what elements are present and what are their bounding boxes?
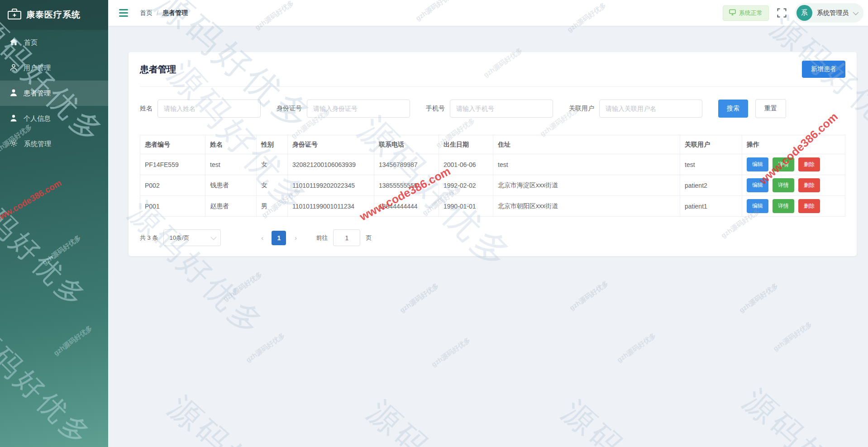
sidebar-item-label: 首页	[24, 38, 38, 47]
column-header: 患者编号	[140, 135, 205, 154]
fullscreen-icon[interactable]	[777, 8, 787, 18]
table-row: P001赵患者男11010119900101123413844444444199…	[140, 196, 845, 217]
actions-cell: 编辑详情删除	[742, 154, 845, 175]
page-number-button[interactable]: 1	[272, 231, 286, 245]
table-cell: test	[680, 154, 742, 175]
column-header: 出生日期	[439, 135, 493, 154]
search-field-label: 手机号	[426, 105, 445, 113]
chevron-down-icon	[853, 10, 859, 15]
sidebar-item-1[interactable]: 首页	[0, 30, 108, 55]
table-cell: 1990-01-01	[439, 196, 493, 217]
breadcrumb-current: 患者管理	[162, 9, 188, 17]
breadcrumb-home[interactable]: 首页	[140, 9, 153, 17]
detail-button[interactable]: 详情	[773, 199, 794, 213]
status-badge-label: 系统正常	[739, 9, 763, 17]
chevron-down-icon	[211, 234, 217, 240]
add-patient-button[interactable]: 新增患者	[802, 61, 845, 78]
search-input-2[interactable]	[307, 100, 410, 118]
patient-table: 患者编号姓名性别身份证号联系电话出生日期住址关联用户操作 PF14FE559te…	[140, 135, 845, 217]
column-header: 姓名	[205, 135, 257, 154]
table-header-row: 患者编号姓名性别身份证号联系电话出生日期住址关联用户操作	[140, 135, 845, 154]
delete-button[interactable]: 删除	[798, 199, 820, 213]
table-cell: 男	[257, 196, 288, 217]
search-input-1[interactable]	[157, 100, 261, 118]
actions-cell: 编辑详情删除	[742, 196, 845, 217]
search-field-3: 手机号	[426, 100, 553, 118]
table-cell: 1992-02-02	[439, 175, 493, 196]
detail-button[interactable]: 详情	[773, 157, 794, 171]
column-header: 身份证号	[288, 135, 374, 154]
search-field-4: 关联用户	[569, 100, 702, 118]
column-header: 住址	[493, 135, 680, 154]
column-header: 性别	[257, 135, 288, 154]
edit-button[interactable]: 编辑	[747, 199, 768, 213]
column-header: 关联用户	[680, 135, 742, 154]
monitor-icon	[729, 9, 736, 17]
sidebar-item-3[interactable]: 患者管理	[0, 81, 108, 106]
table-cell: PF14FE559	[140, 154, 205, 175]
reset-button[interactable]: 重置	[755, 99, 786, 118]
column-header: 操作	[742, 135, 845, 154]
table-cell: patient1	[680, 196, 742, 217]
goto-page-input[interactable]	[333, 229, 360, 246]
sidebar-item-4[interactable]: 个人信息	[0, 106, 108, 131]
breadcrumb-separator: /	[157, 10, 158, 17]
table-cell: 110101199001011234	[288, 196, 374, 217]
edit-button[interactable]: 编辑	[747, 178, 768, 192]
search-form: 姓名身份证号手机号关联用户搜索重置	[140, 87, 845, 135]
search-field-label: 关联用户	[569, 105, 594, 113]
next-page-button[interactable]: ›	[289, 231, 302, 245]
table-cell: P001	[140, 196, 205, 217]
sidebar-menu: 首页用户管理患者管理个人信息系统管理	[0, 30, 108, 157]
patient-management-card: 患者管理 新增患者 姓名身份证号手机号关联用户搜索重置 患者编号姓名性别身份证号…	[129, 52, 857, 256]
table-row: PF14FE559test女32082120010606393913456789…	[140, 154, 845, 175]
page-size-select[interactable]: 10条/页	[163, 229, 221, 246]
menu-toggle-icon[interactable]	[117, 7, 130, 19]
table-cell: 北京市朝阳区xxx街道	[493, 196, 680, 217]
search-field-label: 身份证号	[277, 105, 302, 113]
table-cell: 北京市海淀区xxx街道	[493, 175, 680, 196]
table-cell: test	[205, 154, 257, 175]
table-cell: 110101199202022345	[288, 175, 374, 196]
table-cell: 女	[257, 175, 288, 196]
main-area: 首页 / 患者管理 系统正常	[108, 0, 868, 447]
medical-kit-icon	[7, 8, 22, 22]
table-cell: 13844444444	[374, 196, 439, 217]
avatar: 系	[796, 5, 812, 21]
sidebar-item-2[interactable]: 用户管理	[0, 55, 108, 81]
sidebar-item-label: 患者管理	[24, 89, 51, 98]
table-cell: 女	[257, 154, 288, 175]
search-button[interactable]: 搜索	[718, 100, 748, 118]
sidebar-item-5[interactable]: 系统管理	[0, 131, 108, 157]
sidebar: 康泰医疗系统 首页用户管理患者管理个人信息系统管理	[0, 0, 108, 447]
search-input-3[interactable]	[450, 100, 553, 118]
page-unit-label: 页	[366, 234, 372, 242]
logo: 康泰医疗系统	[0, 0, 108, 30]
actions-cell: 编辑详情删除	[742, 175, 845, 196]
search-field-1: 姓名	[140, 100, 261, 118]
user-outline-icon	[10, 64, 17, 72]
sidebar-item-label: 用户管理	[24, 64, 51, 72]
search-field-2: 身份证号	[277, 100, 410, 118]
breadcrumb: 首页 / 患者管理	[140, 9, 188, 17]
user-menu[interactable]: 系 系统管理员	[795, 3, 863, 23]
table-cell: 钱患者	[205, 175, 257, 196]
app-title: 康泰医疗系统	[26, 9, 81, 21]
edit-button[interactable]: 编辑	[747, 157, 768, 171]
table-row: P002钱患者女11010119920202234513855555555199…	[140, 175, 845, 196]
prev-page-button[interactable]: ‹	[255, 231, 269, 245]
delete-button[interactable]: 删除	[798, 157, 820, 171]
table-cell: 2001-06-06	[439, 154, 493, 175]
table-cell: patient2	[680, 175, 742, 196]
table-cell: test	[493, 154, 680, 175]
detail-button[interactable]: 详情	[773, 178, 794, 192]
table-cell: 13855555555	[374, 175, 439, 196]
search-input-4[interactable]	[599, 100, 702, 118]
profile-icon	[10, 114, 17, 123]
system-status-badge: 系统正常	[723, 5, 769, 21]
delete-button[interactable]: 删除	[798, 178, 820, 192]
search-field-label: 姓名	[140, 105, 153, 113]
app-root: 康泰医疗系统 首页用户管理患者管理个人信息系统管理 首页 / 患者管理	[0, 0, 868, 447]
pagination-total: 共 3 条	[140, 234, 158, 242]
sidebar-item-label: 个人信息	[24, 114, 51, 123]
